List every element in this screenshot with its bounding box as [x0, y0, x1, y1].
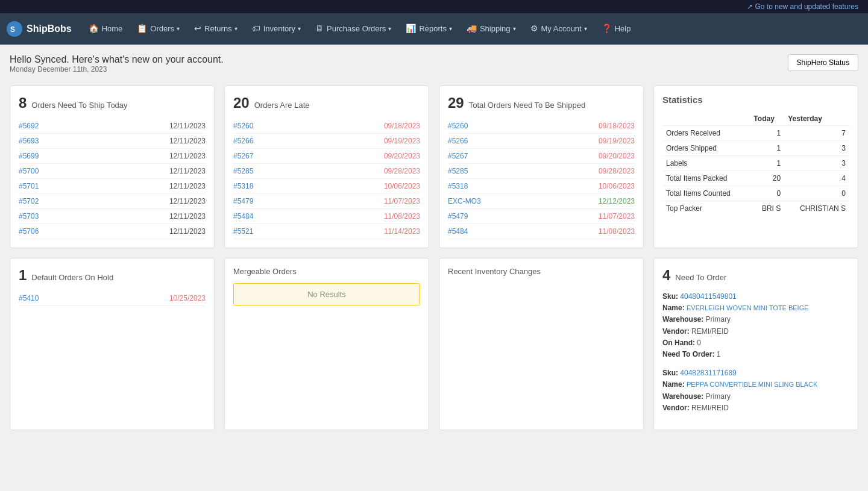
order-link[interactable]: #5692 — [19, 122, 39, 130]
orders-late-title: Orders Are Late — [254, 101, 310, 110]
stat-label: Top Packer — [662, 201, 750, 216]
greeting-date: Monday December 11th, 2023 — [10, 65, 224, 73]
table-row: #541010/25/2023 — [19, 291, 206, 306]
orders-hold-card: 1 Default Orders On Hold #541010/25/2023 — [10, 258, 215, 430]
order-link[interactable]: #5318 — [448, 182, 468, 190]
returns-label: Returns — [204, 24, 232, 33]
order-date: 12/11/2023 — [169, 212, 206, 220]
stat-today: 1 — [750, 141, 784, 156]
home-icon: 🏠 — [89, 23, 99, 33]
table-row: #570212/11/2023 — [19, 194, 206, 209]
need-to-order-header: 4 Need To Order — [662, 267, 849, 284]
external-link-icon: ↗ — [747, 2, 753, 11]
table-row: #531810/06/2023 — [448, 179, 635, 194]
order-link[interactable]: #5700 — [19, 167, 39, 175]
order-link[interactable]: #5693 — [19, 137, 39, 145]
nav-item-shipping[interactable]: 🚚Shipping▾ — [459, 13, 523, 45]
shiphero-status-button[interactable]: ShipHero Status — [788, 54, 858, 71]
statistics-title: Statistics — [662, 95, 703, 105]
order-date: 12/11/2023 — [169, 182, 206, 190]
order-link[interactable]: #5260 — [233, 122, 253, 130]
nav-item-returns[interactable]: ↩Returns▾ — [187, 13, 245, 45]
order-link[interactable]: #5702 — [19, 197, 39, 205]
stat-today: 0 — [750, 186, 784, 201]
order-link[interactable]: #5484 — [448, 227, 468, 236]
stats-row: Top PackerBRI SCHRISTIAN S — [662, 201, 849, 216]
caret-icon: ▾ — [298, 25, 301, 32]
nav-item-my-account[interactable]: ⚙My Account▾ — [523, 13, 594, 45]
sku-link[interactable]: 40482831171689 — [680, 369, 736, 377]
vendor-value: REMI/REID — [691, 404, 729, 412]
need-to-order-value: 1 — [717, 350, 721, 358]
order-date: 09/20/2023 — [599, 152, 635, 160]
table-row: #526609/19/2023 — [233, 134, 420, 149]
order-link[interactable]: #5521 — [233, 227, 253, 236]
shipping-label: Shipping — [480, 24, 511, 33]
table-row: #570112/11/2023 — [19, 179, 206, 194]
sku-link[interactable]: 40480411549801 — [680, 292, 736, 301]
order-link[interactable]: #5703 — [19, 212, 39, 220]
stat-yesterday: 3 — [784, 141, 849, 156]
order-link[interactable]: #5479 — [448, 212, 468, 220]
nav-item-help[interactable]: ❓Help — [594, 13, 638, 45]
stat-col-label — [662, 112, 750, 126]
nav-item-inventory[interactable]: 🏷Inventory▾ — [245, 13, 308, 45]
statistics-card: Statistics Today Yesterday Orders Receiv… — [653, 86, 858, 248]
order-date: 12/11/2023 — [169, 197, 206, 205]
order-link[interactable]: #5699 — [19, 152, 39, 160]
no-results-msg: No Results — [233, 283, 420, 305]
main-nav: S ShipBobs 🏠Home📋Orders▾↩Returns▾🏷Invent… — [0, 13, 868, 45]
shipping-icon: 🚚 — [467, 23, 477, 33]
orders-total-card: 29 Total Orders Need To Be Shipped #5260… — [439, 86, 644, 248]
order-link[interactable]: #5479 — [233, 197, 253, 205]
order-date: 12/11/2023 — [169, 137, 206, 145]
statistics-body: Orders Received17Orders Shipped13Labels1… — [662, 126, 849, 216]
reports-label: Reports — [419, 24, 447, 33]
name-label: Name: — [662, 380, 687, 389]
order-link[interactable]: #5267 — [448, 152, 468, 160]
order-link[interactable]: #5318 — [233, 182, 253, 190]
order-link[interactable]: #5706 — [19, 227, 39, 236]
order-link[interactable]: #5410 — [19, 294, 39, 302]
order-link[interactable]: #5484 — [233, 212, 253, 220]
order-link[interactable]: #5266 — [448, 137, 468, 145]
order-link[interactable]: #5701 — [19, 182, 39, 190]
statistics-header: Statistics — [662, 95, 849, 105]
stat-yesterday: CHRISTIAN S — [784, 201, 849, 216]
orders-total-count: 29 — [448, 95, 464, 111]
new-features-link[interactable]: Go to new and updated features — [755, 2, 858, 11]
table-row: #570312/11/2023 — [19, 209, 206, 224]
orders-total-header: 29 Total Orders Need To Be Shipped — [448, 95, 635, 111]
order-date: 12/11/2023 — [169, 227, 206, 236]
stat-col-today: Today — [750, 112, 784, 126]
greeting-row: Hello Synced. Here's what's new on your … — [10, 54, 858, 76]
order-link[interactable]: #5260 — [448, 122, 468, 130]
help-icon: ❓ — [602, 23, 612, 33]
nav-items: 🏠Home📋Orders▾↩Returns▾🏷Inventory▾🖥Purcha… — [81, 13, 862, 45]
order-date: 11/07/2023 — [384, 197, 420, 205]
stat-label: Orders Received — [662, 126, 750, 141]
table-row: #548411/08/2023 — [233, 209, 420, 224]
stat-label: Total Items Counted — [662, 186, 750, 201]
order-link[interactable]: EXC-MO3 — [448, 197, 481, 205]
nav-item-orders[interactable]: 📋Orders▾ — [130, 13, 187, 45]
orders-total-title: Total Orders Need To Be Shipped — [469, 101, 585, 110]
nav-item-purchase-orders[interactable]: 🖥Purchase Orders▾ — [308, 13, 398, 45]
dashboard-bottom-grid: 1 Default Orders On Hold #541010/25/2023… — [10, 258, 858, 430]
order-link[interactable]: #5267 — [233, 152, 253, 160]
order-link[interactable]: #5285 — [233, 167, 253, 175]
sku-label: Sku: — [662, 292, 680, 301]
order-link[interactable]: #5266 — [233, 137, 253, 145]
order-date: 10/06/2023 — [599, 182, 635, 190]
logo[interactable]: S ShipBobs — [6, 20, 72, 37]
order-date: 10/06/2023 — [384, 182, 420, 190]
stat-label: Labels — [662, 156, 750, 171]
nav-item-home[interactable]: 🏠Home — [81, 13, 130, 45]
stat-col-yesterday: Yesterday — [784, 112, 849, 126]
mergeable-title: Mergeable Orders — [233, 267, 297, 276]
nav-item-reports[interactable]: 📊Reports▾ — [398, 13, 459, 45]
order-link[interactable]: #5285 — [448, 167, 468, 175]
stats-row: Orders Shipped13 — [662, 141, 849, 156]
top-banner: ↗ Go to new and updated features — [0, 0, 868, 13]
mergeable-card: Mergeable Orders No Results — [224, 258, 429, 430]
